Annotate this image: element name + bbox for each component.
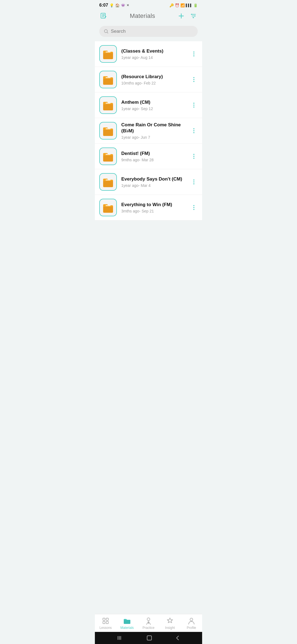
svg-rect-9 (106, 154, 111, 155)
three-dots-icon (193, 154, 194, 159)
folder-icon-wrapper (99, 122, 117, 140)
folder-icon-wrapper (99, 45, 117, 63)
svg-point-3 (193, 17, 194, 18)
item-content: Come Rain Or Come Shine (B♭M) 1year ago-… (121, 122, 190, 140)
filter-button[interactable] (189, 12, 198, 20)
search-icon (104, 29, 109, 34)
item-content: (Resource Library) 10mths ago- Feb 22 (121, 74, 190, 85)
list-item[interactable]: Everybody Says Don't (CM) 1year ago- Mar… (95, 169, 202, 195)
item-content: Everything to Win (FM) 3mths ago- Sep 21 (121, 202, 190, 213)
folder-icon-wrapper (99, 71, 117, 88)
list-item[interactable]: (Classes & Events) 1year ago- Aug 14 (95, 41, 202, 67)
three-dots-icon (193, 205, 194, 210)
folder-icon-wrapper (99, 96, 117, 114)
status-right: 🔑 ⏰ 📶 ▌▌▌ 🔋 (169, 3, 198, 7)
svg-point-2 (194, 15, 196, 17)
list-item[interactable]: (Resource Library) 10mths ago- Feb 22 (95, 67, 202, 92)
folder-icon (102, 49, 114, 59)
item-title: Everybody Says Don't (CM) (121, 176, 190, 182)
header: Materials (95, 9, 202, 24)
list-item[interactable]: Everything to Win (FM) 3mths ago- Sep 21 (95, 195, 202, 220)
item-menu-button[interactable] (190, 204, 198, 211)
materials-list: (Classes & Events) 1year ago- Aug 14 (95, 41, 202, 220)
three-dots-icon (193, 51, 194, 56)
status-icon-4: ✕ (127, 3, 129, 7)
three-dots-icon (193, 179, 194, 184)
signal-icon: ▌▌▌ (186, 4, 192, 7)
item-menu-button[interactable] (190, 127, 198, 135)
item-subtitle: 1year ago- Jun 7 (121, 135, 190, 140)
item-subtitle: 1year ago- Aug 14 (121, 55, 190, 60)
status-bar: 6:07 💡 🏠 👾 ✕ 🔑 ⏰ 📶 ▌▌▌ 🔋 (95, 0, 202, 9)
svg-rect-6 (106, 77, 111, 78)
item-subtitle: 3mths ago- Sep 21 (121, 209, 190, 213)
item-title: (Resource Library) (121, 74, 190, 80)
battery-icon: 🔋 (193, 3, 198, 7)
svg-rect-7 (106, 103, 111, 104)
item-menu-button[interactable] (190, 50, 198, 58)
header-actions (177, 12, 198, 20)
edit-button[interactable] (99, 12, 108, 20)
alarm-icon: ⏰ (175, 3, 179, 7)
item-menu-button[interactable] (190, 76, 198, 83)
item-subtitle: 10mths ago- Feb 22 (121, 81, 190, 85)
svg-point-1 (191, 14, 192, 15)
folder-icon-wrapper (99, 148, 117, 165)
item-title: Everything to Win (FM) (121, 202, 190, 208)
list-item[interactable]: Come Rain Or Come Shine (B♭M) 1year ago-… (95, 118, 202, 144)
status-time: 6:07 (99, 3, 108, 8)
filter-icon (189, 12, 197, 20)
folder-icon-wrapper (99, 199, 117, 216)
status-left: 6:07 💡 🏠 👾 ✕ (99, 3, 129, 8)
folder-icon (102, 74, 114, 85)
item-subtitle: 1year ago- Mar 4 (121, 183, 190, 188)
svg-rect-8 (106, 128, 111, 129)
status-icon-3: 👾 (121, 3, 125, 7)
key-icon: 🔑 (169, 3, 174, 7)
folder-icon (102, 177, 114, 187)
status-icon-2: 🏠 (115, 3, 120, 7)
item-subtitle: 1year ago- Sep 12 (121, 107, 190, 111)
svg-rect-5 (106, 51, 111, 53)
status-icon-1: 💡 (109, 3, 114, 7)
item-subtitle: 9mths ago- Mar 28 (121, 158, 190, 162)
three-dots-icon (193, 128, 194, 133)
search-bar[interactable] (99, 26, 198, 37)
svg-rect-11 (106, 205, 111, 206)
list-item[interactable]: Dentist! (FM) 9mths ago- Mar 28 (95, 144, 202, 169)
item-title: (Classes & Events) (121, 48, 190, 54)
item-menu-button[interactable] (190, 152, 198, 160)
item-title: Anthem (CM) (121, 99, 190, 105)
item-menu-button[interactable] (190, 101, 198, 109)
item-title: Come Rain Or Come Shine (B♭M) (121, 122, 190, 134)
add-button[interactable] (177, 12, 186, 20)
item-content: (Classes & Events) 1year ago- Aug 14 (121, 48, 190, 60)
item-menu-button[interactable] (190, 178, 198, 186)
item-content: Everybody Says Don't (CM) 1year ago- Mar… (121, 176, 190, 188)
folder-icon (102, 202, 114, 213)
item-title: Dentist! (FM) (121, 151, 190, 157)
edit-icon (100, 12, 108, 20)
page-title: Materials (130, 12, 155, 20)
search-input[interactable] (111, 29, 193, 34)
item-content: Anthem (CM) 1year ago- Sep 12 (121, 99, 190, 111)
plus-icon (177, 12, 185, 20)
folder-icon-wrapper (99, 173, 117, 191)
svg-rect-10 (106, 179, 111, 181)
list-item[interactable]: Anthem (CM) 1year ago- Sep 12 (95, 92, 202, 118)
three-dots-icon (193, 103, 194, 108)
folder-icon (102, 125, 114, 136)
three-dots-icon (193, 77, 194, 82)
folder-icon (102, 151, 114, 162)
item-content: Dentist! (FM) 9mths ago- Mar 28 (121, 151, 190, 162)
wifi-icon: 📶 (180, 3, 185, 7)
folder-icon (102, 100, 114, 110)
search-container (95, 24, 202, 41)
